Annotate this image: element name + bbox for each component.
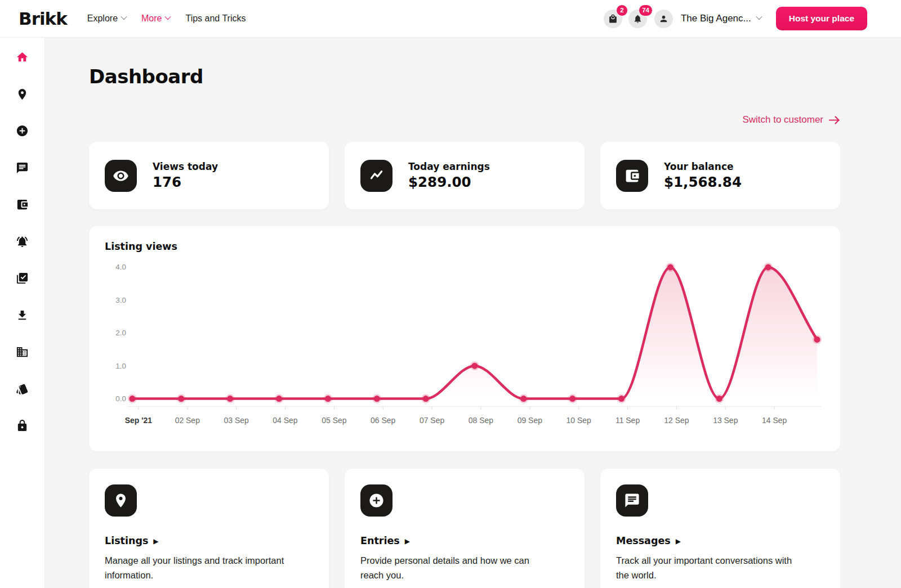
svg-text:02 Sep: 02 Sep <box>175 416 200 425</box>
svg-text:09 Sep: 09 Sep <box>518 416 543 425</box>
nav-item-explore[interactable]: Explore <box>87 14 126 24</box>
svg-text:03 Sep: 03 Sep <box>224 416 249 425</box>
nav-item-label: Tips and Tricks <box>185 14 246 24</box>
chevron-down-icon <box>165 14 171 20</box>
user-icon <box>659 14 668 24</box>
svg-text:3.0: 3.0 <box>115 296 126 304</box>
svg-text:12 Sep: 12 Sep <box>664 416 689 425</box>
nav-item-label: More <box>141 14 162 24</box>
svg-text:08 Sep: 08 Sep <box>469 416 494 425</box>
shortcut-description: Provide personal details and how we can … <box>360 554 550 582</box>
bell-ringing-icon <box>16 235 29 248</box>
chart-title: Listing views <box>105 241 824 252</box>
stat-card-today-earnings: Today earnings $289.00 <box>345 142 585 209</box>
main-content: Dashboard Switch to customer Views today… <box>45 38 901 588</box>
add-circle-icon <box>16 124 29 137</box>
svg-text:10 Sep: 10 Sep <box>567 416 592 425</box>
notifications-button[interactable]: 74 <box>628 10 647 28</box>
shortcut-card-listings[interactable]: Listings ▶ Manage all your listings and … <box>89 469 329 588</box>
chat-icon <box>616 484 648 517</box>
account-menu[interactable]: The Big Agenc... <box>681 13 761 24</box>
building-icon <box>16 345 29 358</box>
svg-text:06 Sep: 06 Sep <box>371 416 396 425</box>
sidebar-item-promotions[interactable] <box>0 371 45 408</box>
tasks-check-icon <box>16 272 29 285</box>
main-nav: Explore More Tips and Tricks <box>87 14 246 24</box>
sidebar-item-notifications[interactable] <box>0 223 45 261</box>
caret-right-icon: ▶ <box>405 537 410 545</box>
sidebar-item-home[interactable] <box>0 39 45 76</box>
eye-icon <box>105 160 137 192</box>
wallet-icon <box>616 160 648 192</box>
trending-up-icon <box>360 160 392 192</box>
nav-item-label: Explore <box>87 14 118 24</box>
nav-item-tips-and-tricks[interactable]: Tips and Tricks <box>185 14 246 24</box>
sidebar-item-security[interactable] <box>0 407 45 445</box>
svg-text:04 Sep: 04 Sep <box>273 416 298 425</box>
svg-text:1.0: 1.0 <box>115 362 126 370</box>
shortcut-description: Track all your important conversations w… <box>616 554 805 582</box>
svg-text:0.0: 0.0 <box>115 394 126 403</box>
caret-right-icon: ▶ <box>153 537 158 545</box>
sidebar-item-messages[interactable] <box>0 150 45 187</box>
svg-text:07 Sep: 07 Sep <box>420 416 445 425</box>
stat-value: 176 <box>153 174 218 190</box>
sidebar-item-wallet[interactable] <box>0 186 45 223</box>
lock-icon <box>16 419 29 432</box>
cart-badge: 2 <box>616 5 628 16</box>
switch-link-label: Switch to customer <box>742 114 823 125</box>
caret-right-icon: ▶ <box>676 537 681 545</box>
svg-text:14 Sep: 14 Sep <box>762 416 787 425</box>
stat-value: $289.00 <box>408 174 490 190</box>
shortcut-title: Messages <box>616 535 671 546</box>
stat-card-your-balance: Your balance $1,568.84 <box>600 142 840 209</box>
shortcut-cards-row: Listings ▶ Manage all your listings and … <box>89 469 840 588</box>
location-pin-icon <box>16 88 29 101</box>
location-pin-icon <box>105 484 137 517</box>
svg-text:05 Sep: 05 Sep <box>322 416 347 425</box>
svg-text:13 Sep: 13 Sep <box>713 416 738 425</box>
stat-cards-row: Views today 176 Today earnings $289.00 <box>89 142 840 209</box>
svg-text:11 Sep: 11 Sep <box>615 416 640 425</box>
nav-item-more[interactable]: More <box>141 14 170 24</box>
shortcut-title: Listings <box>105 535 148 546</box>
navbar-right: 2 74 The Big Agenc... Host your place <box>604 7 867 30</box>
page-title: Dashboard <box>89 65 840 88</box>
stat-card-views-today: Views today 176 <box>89 142 329 209</box>
add-circle-icon <box>360 484 392 517</box>
listing-views-chart-card: Listing views 0.01.02.03.04.0 S <box>89 226 840 451</box>
download-icon <box>16 309 29 322</box>
brand-logo[interactable]: Brikk <box>19 8 67 29</box>
svg-text:2.0: 2.0 <box>115 329 126 337</box>
chat-icon <box>16 161 29 174</box>
home-icon <box>16 51 29 64</box>
chevron-down-icon <box>121 14 127 20</box>
account-name: The Big Agenc... <box>681 13 751 24</box>
shortcut-title: Entries <box>360 535 400 546</box>
top-navbar: Brikk Explore More Tips and Tricks 2 74 <box>0 0 901 38</box>
svg-text:Sep '21: Sep '21 <box>125 416 153 425</box>
svg-text:4.0: 4.0 <box>115 263 126 271</box>
sidebar-item-listings[interactable] <box>0 76 45 113</box>
user-avatar[interactable] <box>654 10 673 28</box>
shortcut-description: Manage all your listings and track impor… <box>105 554 294 582</box>
wallet-icon <box>16 198 29 211</box>
listing-views-chart: 0.01.02.03.04.0 Sep '2102 Sep03 Sep04 Se… <box>105 258 824 427</box>
tags-icon <box>16 383 29 396</box>
stat-label: Your balance <box>664 161 742 172</box>
sidebar <box>0 38 45 588</box>
sidebar-item-downloads[interactable] <box>0 297 45 334</box>
stat-label: Today earnings <box>408 161 490 172</box>
switch-to-customer-link[interactable]: Switch to customer <box>742 114 840 125</box>
sidebar-item-bookings[interactable] <box>0 260 45 297</box>
stat-value: $1,568.84 <box>664 174 742 190</box>
sidebar-item-add-listing[interactable] <box>0 113 45 150</box>
sidebar-item-company[interactable] <box>0 334 45 371</box>
host-your-place-button[interactable]: Host your place <box>776 7 867 30</box>
shopping-basket-icon <box>608 14 618 24</box>
chevron-down-icon <box>756 14 762 20</box>
shortcut-card-messages[interactable]: Messages ▶ Track all your important conv… <box>600 469 840 588</box>
shortcut-card-entries[interactable]: Entries ▶ Provide personal details and h… <box>345 469 585 588</box>
notifications-badge: 74 <box>639 5 653 16</box>
cart-button[interactable]: 2 <box>604 10 622 28</box>
